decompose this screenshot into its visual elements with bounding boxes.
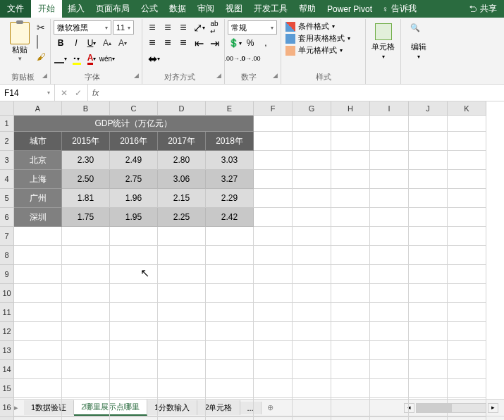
cell[interactable] — [370, 170, 409, 189]
cell[interactable] — [293, 132, 331, 151]
cell[interactable] — [409, 303, 448, 322]
column-header-E[interactable]: E — [206, 101, 254, 116]
cell[interactable] — [448, 341, 486, 360]
column-header-H[interactable]: H — [331, 101, 370, 116]
cell[interactable] — [14, 303, 62, 322]
fx-icon[interactable]: fx — [88, 88, 103, 98]
cell[interactable]: 2016年 — [110, 132, 158, 151]
row-header-1[interactable]: 1 — [0, 116, 14, 132]
cell[interactable] — [14, 284, 62, 303]
fill-color-button[interactable]: 🞍▾ — [69, 51, 83, 66]
cell[interactable] — [206, 303, 254, 322]
cell[interactable] — [293, 208, 331, 227]
cell[interactable]: 广州 — [14, 189, 62, 208]
merge-button[interactable]: ⬌ ▾ — [145, 51, 163, 66]
cell[interactable] — [158, 379, 206, 398]
cell[interactable] — [254, 398, 293, 417]
cell[interactable]: 2018年 — [206, 132, 254, 151]
column-header-K[interactable]: K — [448, 101, 486, 116]
dialog-launcher-icon[interactable]: ◢ — [134, 72, 139, 79]
cell[interactable] — [206, 284, 254, 303]
cell[interactable] — [331, 246, 370, 265]
cell[interactable]: GDP统计（万亿元） — [14, 116, 254, 132]
cell[interactable] — [331, 341, 370, 360]
cell[interactable]: 2.25 — [158, 208, 206, 227]
cell[interactable] — [206, 379, 254, 398]
cell[interactable]: 1.75 — [62, 208, 110, 227]
border-button[interactable]: ▾ — [54, 51, 68, 66]
row-header-15[interactable]: 15 — [0, 379, 14, 398]
cell[interactable] — [14, 227, 62, 246]
cell[interactable] — [370, 360, 409, 379]
cell[interactable] — [254, 417, 293, 420]
cell[interactable] — [110, 284, 158, 303]
cell[interactable] — [110, 398, 158, 417]
cell[interactable] — [206, 341, 254, 360]
row-header-14[interactable]: 14 — [0, 360, 14, 379]
cell[interactable] — [409, 170, 448, 189]
cell[interactable] — [62, 360, 110, 379]
cell[interactable] — [158, 265, 206, 284]
cell[interactable]: 3.06 — [158, 170, 206, 189]
bold-button[interactable]: B — [54, 36, 68, 50]
cell[interactable] — [254, 208, 293, 227]
cell[interactable] — [331, 151, 370, 170]
align-top-button[interactable]: ≡ — [145, 20, 159, 35]
cell[interactable] — [448, 227, 486, 246]
column-header-G[interactable]: G — [293, 101, 331, 116]
align-right-button[interactable]: ≡ — [176, 36, 190, 50]
tab-review[interactable]: 审阅 — [192, 0, 220, 18]
cell[interactable] — [331, 284, 370, 303]
tab-data[interactable]: 数据 — [164, 0, 192, 18]
cell[interactable] — [254, 284, 293, 303]
cell[interactable]: 2.29 — [206, 189, 254, 208]
tab-formula[interactable]: 公式 — [135, 0, 164, 18]
cell[interactable] — [331, 116, 370, 132]
cell[interactable] — [254, 322, 293, 341]
cell[interactable] — [331, 322, 370, 341]
cell[interactable] — [14, 360, 62, 379]
cell[interactable]: 上海 — [14, 170, 62, 189]
cell[interactable] — [331, 360, 370, 379]
cell[interactable] — [158, 341, 206, 360]
cell[interactable]: 城市 — [14, 132, 62, 151]
row-header-12[interactable]: 12 — [0, 322, 14, 341]
align-left-button[interactable]: ≡ — [145, 36, 159, 50]
dialog-launcher-icon[interactable]: ◢ — [216, 72, 221, 79]
cell[interactable] — [110, 265, 158, 284]
cell[interactable] — [158, 417, 206, 420]
row-header-16[interactable]: 16 — [0, 398, 14, 417]
row-header-13[interactable]: 13 — [0, 341, 14, 360]
column-header-I[interactable]: I — [370, 101, 409, 116]
cell[interactable]: 1.96 — [110, 189, 158, 208]
cell[interactable] — [14, 322, 62, 341]
cell[interactable] — [158, 284, 206, 303]
cell[interactable] — [158, 227, 206, 246]
cell[interactable] — [110, 379, 158, 398]
cell[interactable] — [409, 360, 448, 379]
cell[interactable] — [110, 417, 158, 420]
cell[interactable] — [206, 227, 254, 246]
tab-page-layout[interactable]: 页面布局 — [90, 0, 135, 18]
name-box[interactable]: F14▾ — [0, 85, 55, 101]
italic-button[interactable]: I — [69, 36, 83, 50]
align-center-button[interactable]: ≡ — [161, 36, 175, 50]
row-header-5[interactable]: 5 — [0, 189, 14, 208]
cell[interactable] — [110, 227, 158, 246]
format-as-table-button[interactable]: 套用表格格式 ▾ — [284, 32, 362, 44]
row-header-11[interactable]: 11 — [0, 303, 14, 322]
cell[interactable] — [254, 116, 293, 132]
cell[interactable] — [370, 246, 409, 265]
cell[interactable] — [206, 265, 254, 284]
row-header-17[interactable]: 17 — [0, 417, 14, 420]
cell[interactable] — [158, 246, 206, 265]
cell[interactable] — [293, 398, 331, 417]
cell[interactable] — [62, 284, 110, 303]
cell[interactable] — [409, 417, 448, 420]
cell[interactable] — [293, 341, 331, 360]
font-color-button[interactable]: A▾ — [85, 51, 99, 66]
cell[interactable] — [254, 227, 293, 246]
cell[interactable] — [62, 265, 110, 284]
cell[interactable]: 3.27 — [206, 170, 254, 189]
cell[interactable] — [62, 246, 110, 265]
